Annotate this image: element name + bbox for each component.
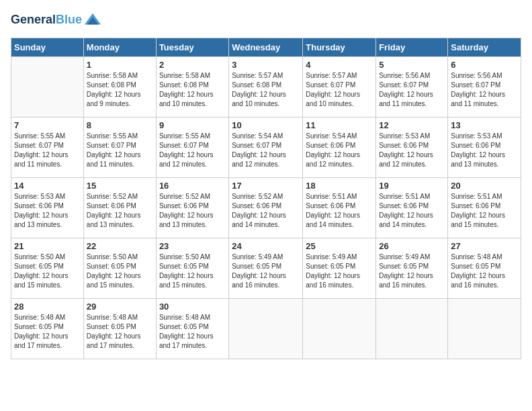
calendar-cell: 29Sunrise: 5:48 AM Sunset: 6:05 PM Dayli… xyxy=(83,299,156,359)
calendar-cell: 10Sunrise: 5:54 AM Sunset: 6:07 PM Dayli… xyxy=(229,118,303,178)
calendar-cell: 9Sunrise: 5:55 AM Sunset: 6:07 PM Daylig… xyxy=(156,118,228,178)
day-info: Sunrise: 5:52 AM Sunset: 6:06 PM Dayligh… xyxy=(232,192,300,230)
day-number: 15 xyxy=(87,181,153,191)
week-row-5: 28Sunrise: 5:48 AM Sunset: 6:05 PM Dayli… xyxy=(11,299,521,359)
calendar-cell: 6Sunrise: 5:56 AM Sunset: 6:07 PM Daylig… xyxy=(448,57,521,118)
day-number: 13 xyxy=(451,120,518,130)
calendar-cell: 2Sunrise: 5:58 AM Sunset: 6:08 PM Daylig… xyxy=(156,57,228,118)
calendar-cell: 19Sunrise: 5:51 AM Sunset: 6:06 PM Dayli… xyxy=(376,178,448,238)
day-number: 22 xyxy=(87,241,153,251)
day-info: Sunrise: 5:48 AM Sunset: 6:05 PM Dayligh… xyxy=(87,313,153,351)
day-number: 29 xyxy=(87,302,153,312)
weekday-header-saturday: Saturday xyxy=(448,38,521,57)
calendar-cell: 1Sunrise: 5:58 AM Sunset: 6:08 PM Daylig… xyxy=(83,57,156,118)
week-row-4: 21Sunrise: 5:50 AM Sunset: 6:05 PM Dayli… xyxy=(11,238,521,299)
day-info: Sunrise: 5:57 AM Sunset: 6:08 PM Dayligh… xyxy=(232,71,300,109)
calendar-cell xyxy=(376,299,448,359)
day-number: 16 xyxy=(159,181,226,191)
day-number: 24 xyxy=(232,241,300,251)
day-number: 3 xyxy=(232,60,300,70)
day-info: Sunrise: 5:53 AM Sunset: 6:06 PM Dayligh… xyxy=(451,132,518,169)
week-row-3: 14Sunrise: 5:53 AM Sunset: 6:06 PM Dayli… xyxy=(11,178,521,238)
logo-text: GeneralBlue xyxy=(11,13,82,27)
day-info: Sunrise: 5:52 AM Sunset: 6:06 PM Dayligh… xyxy=(87,192,153,230)
day-info: Sunrise: 5:48 AM Sunset: 6:05 PM Dayligh… xyxy=(451,253,518,290)
calendar-cell: 15Sunrise: 5:52 AM Sunset: 6:06 PM Dayli… xyxy=(83,178,156,238)
calendar-cell: 12Sunrise: 5:53 AM Sunset: 6:06 PM Dayli… xyxy=(376,118,448,178)
day-info: Sunrise: 5:48 AM Sunset: 6:05 PM Dayligh… xyxy=(159,313,226,351)
week-row-1: 1Sunrise: 5:58 AM Sunset: 6:08 PM Daylig… xyxy=(11,57,521,118)
week-row-2: 7Sunrise: 5:55 AM Sunset: 6:07 PM Daylig… xyxy=(11,118,521,178)
day-number: 26 xyxy=(379,241,445,251)
calendar-cell: 8Sunrise: 5:55 AM Sunset: 6:07 PM Daylig… xyxy=(83,118,156,178)
calendar-cell: 3Sunrise: 5:57 AM Sunset: 6:08 PM Daylig… xyxy=(229,57,303,118)
day-info: Sunrise: 5:57 AM Sunset: 6:07 PM Dayligh… xyxy=(306,71,373,109)
calendar-cell xyxy=(11,57,84,118)
logo-icon xyxy=(83,11,102,30)
day-info: Sunrise: 5:55 AM Sunset: 6:07 PM Dayligh… xyxy=(159,132,226,169)
day-number: 20 xyxy=(451,181,518,191)
calendar-cell: 25Sunrise: 5:49 AM Sunset: 6:05 PM Dayli… xyxy=(303,238,376,299)
calendar-cell: 17Sunrise: 5:52 AM Sunset: 6:06 PM Dayli… xyxy=(229,178,303,238)
day-number: 1 xyxy=(87,60,153,70)
weekday-header-thursday: Thursday xyxy=(303,38,376,57)
day-number: 9 xyxy=(159,120,226,130)
logo: GeneralBlue xyxy=(11,11,102,30)
weekday-header-sunday: Sunday xyxy=(11,38,84,57)
calendar-cell xyxy=(303,299,376,359)
calendar-cell: 21Sunrise: 5:50 AM Sunset: 6:05 PM Dayli… xyxy=(11,238,84,299)
day-info: Sunrise: 5:51 AM Sunset: 6:06 PM Dayligh… xyxy=(379,192,445,230)
day-info: Sunrise: 5:49 AM Sunset: 6:05 PM Dayligh… xyxy=(306,253,373,290)
calendar-cell: 18Sunrise: 5:51 AM Sunset: 6:06 PM Dayli… xyxy=(303,178,376,238)
day-number: 5 xyxy=(379,60,445,70)
day-info: Sunrise: 5:51 AM Sunset: 6:06 PM Dayligh… xyxy=(451,192,518,230)
day-info: Sunrise: 5:56 AM Sunset: 6:07 PM Dayligh… xyxy=(379,71,445,109)
calendar-cell: 26Sunrise: 5:49 AM Sunset: 6:05 PM Dayli… xyxy=(376,238,448,299)
day-number: 6 xyxy=(451,60,518,70)
weekday-header-friday: Friday xyxy=(376,38,448,57)
day-number: 11 xyxy=(306,120,373,130)
day-info: Sunrise: 5:55 AM Sunset: 6:07 PM Dayligh… xyxy=(14,132,81,169)
day-info: Sunrise: 5:50 AM Sunset: 6:05 PM Dayligh… xyxy=(14,253,81,290)
day-number: 2 xyxy=(159,60,226,70)
calendar-cell: 28Sunrise: 5:48 AM Sunset: 6:05 PM Dayli… xyxy=(11,299,84,359)
calendar-table: SundayMondayTuesdayWednesdayThursdayFrid… xyxy=(11,38,521,359)
calendar-cell: 5Sunrise: 5:56 AM Sunset: 6:07 PM Daylig… xyxy=(376,57,448,118)
day-info: Sunrise: 5:58 AM Sunset: 6:08 PM Dayligh… xyxy=(159,71,226,109)
day-info: Sunrise: 5:51 AM Sunset: 6:06 PM Dayligh… xyxy=(306,192,373,230)
day-number: 28 xyxy=(14,302,81,312)
day-info: Sunrise: 5:55 AM Sunset: 6:07 PM Dayligh… xyxy=(87,132,153,169)
weekday-header-wednesday: Wednesday xyxy=(229,38,303,57)
day-number: 23 xyxy=(159,241,226,251)
calendar-cell: 22Sunrise: 5:50 AM Sunset: 6:05 PM Dayli… xyxy=(83,238,156,299)
day-number: 7 xyxy=(14,120,81,130)
day-info: Sunrise: 5:48 AM Sunset: 6:05 PM Dayligh… xyxy=(14,313,81,351)
day-number: 10 xyxy=(232,120,300,130)
day-info: Sunrise: 5:56 AM Sunset: 6:07 PM Dayligh… xyxy=(451,71,518,109)
calendar-cell xyxy=(229,299,303,359)
calendar-cell: 11Sunrise: 5:54 AM Sunset: 6:06 PM Dayli… xyxy=(303,118,376,178)
day-number: 19 xyxy=(379,181,445,191)
day-info: Sunrise: 5:50 AM Sunset: 6:05 PM Dayligh… xyxy=(87,253,153,290)
day-number: 12 xyxy=(379,120,445,130)
day-number: 21 xyxy=(14,241,81,251)
calendar-cell: 27Sunrise: 5:48 AM Sunset: 6:05 PM Dayli… xyxy=(448,238,521,299)
day-info: Sunrise: 5:49 AM Sunset: 6:05 PM Dayligh… xyxy=(379,253,445,290)
day-number: 27 xyxy=(451,241,518,251)
day-number: 30 xyxy=(159,302,226,312)
calendar-cell xyxy=(448,299,521,359)
calendar-cell: 4Sunrise: 5:57 AM Sunset: 6:07 PM Daylig… xyxy=(303,57,376,118)
calendar-cell: 13Sunrise: 5:53 AM Sunset: 6:06 PM Dayli… xyxy=(448,118,521,178)
day-info: Sunrise: 5:58 AM Sunset: 6:08 PM Dayligh… xyxy=(87,71,153,109)
day-info: Sunrise: 5:53 AM Sunset: 6:06 PM Dayligh… xyxy=(379,132,445,169)
page-header: GeneralBlue xyxy=(11,11,521,30)
day-number: 14 xyxy=(14,181,81,191)
calendar-cell: 16Sunrise: 5:52 AM Sunset: 6:06 PM Dayli… xyxy=(156,178,228,238)
day-number: 8 xyxy=(87,120,153,130)
day-info: Sunrise: 5:49 AM Sunset: 6:05 PM Dayligh… xyxy=(232,253,300,290)
day-info: Sunrise: 5:53 AM Sunset: 6:06 PM Dayligh… xyxy=(14,192,81,230)
day-number: 25 xyxy=(306,241,373,251)
day-info: Sunrise: 5:52 AM Sunset: 6:06 PM Dayligh… xyxy=(159,192,226,230)
weekday-header-tuesday: Tuesday xyxy=(156,38,228,57)
day-number: 18 xyxy=(306,181,373,191)
